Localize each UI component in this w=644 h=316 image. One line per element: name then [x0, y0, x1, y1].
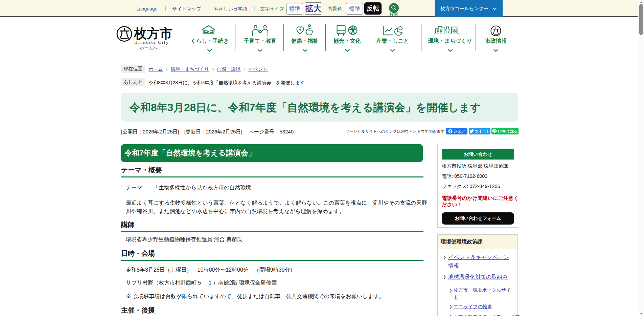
svg-text:LINE: LINE: [493, 130, 497, 132]
